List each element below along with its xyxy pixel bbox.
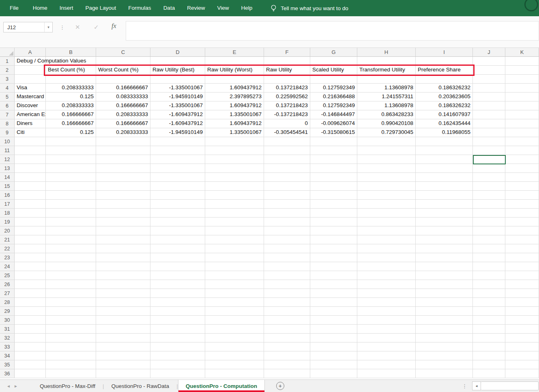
cell-C10[interactable] xyxy=(96,137,150,146)
cell-K34[interactable] xyxy=(505,351,539,360)
cell-G23[interactable] xyxy=(310,253,357,262)
cell-G9[interactable]: -0.315080615 xyxy=(310,128,357,137)
cell-C22[interactable] xyxy=(96,244,150,253)
cell-K22[interactable] xyxy=(505,244,539,253)
cell-D17[interactable] xyxy=(150,200,205,209)
cell-C23[interactable] xyxy=(96,253,150,262)
cell-F4[interactable]: 0.137218423 xyxy=(264,84,310,93)
cell-J13[interactable] xyxy=(473,164,505,173)
cell-G3[interactable] xyxy=(310,75,357,84)
cell-A22[interactable] xyxy=(15,244,46,253)
cell-B34[interactable] xyxy=(46,351,96,360)
cell-J33[interactable] xyxy=(473,342,505,351)
cell-C14[interactable] xyxy=(96,173,150,182)
cell-C13[interactable] xyxy=(96,164,150,173)
cell-G14[interactable] xyxy=(310,173,357,182)
cell-H18[interactable] xyxy=(357,209,416,218)
cell-E23[interactable] xyxy=(205,253,264,262)
cell-F33[interactable] xyxy=(264,342,310,351)
cell-B9[interactable]: 0.125 xyxy=(46,128,96,137)
row-header-18[interactable]: 18 xyxy=(0,209,15,218)
cell-H9[interactable]: 0.729730045 xyxy=(357,128,416,137)
cell-E3[interactable] xyxy=(205,75,264,84)
col-header-G[interactable]: G xyxy=(310,48,357,57)
cell-C18[interactable] xyxy=(96,209,150,218)
cell-I14[interactable] xyxy=(416,173,473,182)
cell-D28[interactable] xyxy=(150,298,205,307)
cell-I3[interactable] xyxy=(416,75,473,84)
cell-F21[interactable] xyxy=(264,235,310,244)
cell-J32[interactable] xyxy=(473,334,505,342)
row-header-6[interactable]: 6 xyxy=(0,101,15,110)
cell-E16[interactable] xyxy=(205,191,264,200)
cell-A19[interactable] xyxy=(15,218,46,226)
cell-H34[interactable] xyxy=(357,351,416,360)
row-header-30[interactable]: 30 xyxy=(0,316,15,325)
cell-D11[interactable] xyxy=(150,146,205,155)
hscroll-thumb[interactable] xyxy=(481,381,539,390)
cell-C35[interactable] xyxy=(96,360,150,369)
cell-J36[interactable] xyxy=(473,369,505,378)
cell-B2[interactable]: Best Count (%) xyxy=(46,66,96,75)
cell-J8[interactable] xyxy=(473,119,505,128)
cell-D26[interactable] xyxy=(150,280,205,289)
tell-me-search[interactable]: Tell me what you want to do xyxy=(271,4,348,12)
cell-K12[interactable] xyxy=(505,155,539,164)
cell-C2[interactable]: Worst Count (%) xyxy=(96,66,150,75)
cell-G21[interactable] xyxy=(310,235,357,244)
cell-D16[interactable] xyxy=(150,191,205,200)
cell-E34[interactable] xyxy=(205,351,264,360)
cell-G4[interactable]: 0.127592349 xyxy=(310,84,357,93)
cell-K17[interactable] xyxy=(505,200,539,209)
cell-H11[interactable] xyxy=(357,146,416,155)
cell-J9[interactable] xyxy=(473,128,505,137)
cell-D7[interactable]: -1.609437912 xyxy=(150,110,205,119)
cell-K2[interactable] xyxy=(505,66,539,75)
cell-E2[interactable]: Raw Utility (Worst) xyxy=(205,66,264,75)
cell-K33[interactable] xyxy=(505,342,539,351)
cell-C32[interactable] xyxy=(96,334,150,342)
cell-B10[interactable] xyxy=(46,137,96,146)
cell-C25[interactable] xyxy=(96,271,150,280)
cell-C16[interactable] xyxy=(96,191,150,200)
cell-G36[interactable] xyxy=(310,369,357,378)
cell-E19[interactable] xyxy=(205,218,264,226)
cell-B21[interactable] xyxy=(46,235,96,244)
cell-A23[interactable] xyxy=(15,253,46,262)
scrollbar-resize-handle[interactable]: ⋮ xyxy=(462,383,467,389)
cell-C1[interactable] xyxy=(96,57,150,66)
cell-C9[interactable]: 0.208333333 xyxy=(96,128,150,137)
cell-D25[interactable] xyxy=(150,271,205,280)
cell-C4[interactable]: 0.166666667 xyxy=(96,84,150,93)
cell-B7[interactable]: 0.166666667 xyxy=(46,110,96,119)
cell-B6[interactable]: 0.208333333 xyxy=(46,101,96,110)
cell-H25[interactable] xyxy=(357,271,416,280)
ribbon-tab-formulas[interactable]: Formulas xyxy=(122,0,157,16)
row-header-17[interactable]: 17 xyxy=(0,200,15,209)
cell-I18[interactable] xyxy=(416,209,473,218)
cell-H17[interactable] xyxy=(357,200,416,209)
cell-K4[interactable] xyxy=(505,84,539,93)
cell-A33[interactable] xyxy=(15,342,46,351)
cell-J1[interactable] xyxy=(473,57,505,66)
cell-D29[interactable] xyxy=(150,307,205,316)
cell-B17[interactable] xyxy=(46,200,96,209)
cell-E8[interactable]: 1.609437912 xyxy=(205,119,264,128)
cell-F5[interactable]: 0.225992562 xyxy=(264,93,310,101)
cell-A29[interactable] xyxy=(15,307,46,316)
cell-K23[interactable] xyxy=(505,253,539,262)
cell-A36[interactable] xyxy=(15,369,46,378)
cell-E20[interactable] xyxy=(205,226,264,235)
cell-J7[interactable] xyxy=(473,110,505,119)
cell-I12[interactable] xyxy=(416,155,473,164)
cell-C8[interactable]: 0.166666667 xyxy=(96,119,150,128)
cell-C36[interactable] xyxy=(96,369,150,378)
cell-D13[interactable] xyxy=(150,164,205,173)
cell-K5[interactable] xyxy=(505,93,539,101)
new-sheet-button[interactable]: + xyxy=(276,382,284,390)
cell-F30[interactable] xyxy=(264,316,310,325)
cell-I13[interactable] xyxy=(416,164,473,173)
row-header-34[interactable]: 34 xyxy=(0,351,15,360)
cell-F22[interactable] xyxy=(264,244,310,253)
sheet-nav-left-icon[interactable]: ◄ xyxy=(5,380,12,392)
